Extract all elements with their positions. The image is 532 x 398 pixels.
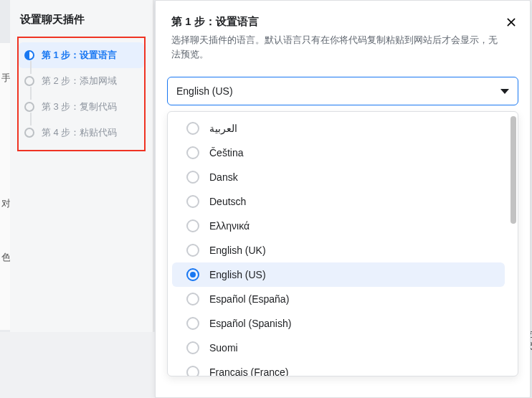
step-1-set-language[interactable]: 第 1 步：设置语言 xyxy=(19,42,144,68)
language-option-label: Deutsch xyxy=(209,196,246,207)
language-option-label: العربية xyxy=(209,123,237,134)
radio-icon xyxy=(186,122,199,135)
language-option-label: Español (España) xyxy=(209,293,289,305)
caret-down-icon xyxy=(500,89,509,94)
step-label: 第 4 步：粘贴代码 xyxy=(42,126,117,139)
step-connector xyxy=(30,61,32,74)
radio-icon xyxy=(186,317,199,330)
language-option[interactable]: Dansk xyxy=(172,165,505,189)
close-icon xyxy=(505,16,517,28)
step-panel: 第 1 步：设置语言 选择聊天插件的语言。默认语言只有在你将代码复制粘贴到网站后… xyxy=(155,0,531,398)
language-option-label: Español (Spanish) xyxy=(209,318,291,329)
scrollbar-track[interactable] xyxy=(510,115,516,373)
language-option[interactable]: Español (Spanish) xyxy=(172,311,505,336)
radio-icon xyxy=(186,146,199,159)
step-label: 第 3 步：复制代码 xyxy=(42,100,117,113)
language-option[interactable]: Čeština xyxy=(172,141,505,165)
language-option-label: Français (France) xyxy=(209,366,288,376)
language-option[interactable]: English (US) xyxy=(172,262,505,287)
radio-icon xyxy=(186,171,199,184)
language-dropdown-list: العربيةČeštinaDanskDeutschΕλληνικάEnglis… xyxy=(168,112,509,376)
language-option-label: Suomi xyxy=(209,342,238,354)
left-background-strip xyxy=(0,43,10,330)
step-progress-icon xyxy=(24,128,34,138)
step-3-copy-code[interactable]: 第 3 步：复制代码 xyxy=(19,94,144,120)
radio-icon xyxy=(186,244,199,257)
step-2-add-domain[interactable]: 第 2 步：添加网域 xyxy=(19,68,144,94)
step-connector xyxy=(30,87,32,100)
language-option[interactable]: Français (France) xyxy=(172,360,505,376)
sidebar-title: 设置聊天插件 xyxy=(10,0,153,37)
radio-icon xyxy=(186,366,199,376)
steps-highlight-box: 第 1 步：设置语言 第 2 步：添加网域 第 3 步：复制代码 第 4 步：粘… xyxy=(17,37,146,151)
step-label: 第 2 步：添加网域 xyxy=(42,75,117,87)
language-select[interactable]: English (US) xyxy=(167,77,518,105)
close-button[interactable] xyxy=(503,14,520,31)
scrollbar-thumb[interactable] xyxy=(510,116,516,224)
language-dropdown: العربيةČeštinaDanskDeutschΕλληνικάEnglis… xyxy=(167,111,518,376)
radio-icon xyxy=(186,341,199,354)
radio-icon xyxy=(186,293,199,305)
language-option[interactable]: العربية xyxy=(172,116,505,141)
language-option[interactable]: English (UK) xyxy=(172,238,505,262)
panel-header: 第 1 步：设置语言 选择聊天插件的语言。默认语言只有在你将代码复制粘贴到网站后… xyxy=(156,1,530,70)
language-option-label: Ελληνικά xyxy=(209,220,250,232)
panel-title: 第 1 步：设置语言 xyxy=(171,15,498,29)
language-option[interactable]: Deutsch xyxy=(172,189,505,214)
step-4-paste-code[interactable]: 第 4 步：粘贴代码 xyxy=(19,120,144,146)
bottom-background xyxy=(0,332,155,398)
language-option-label: Čeština xyxy=(209,147,243,158)
step-label: 第 1 步：设置语言 xyxy=(42,49,117,62)
radio-icon xyxy=(186,268,199,281)
language-option[interactable]: Español (España) xyxy=(172,287,505,311)
step-progress-icon xyxy=(24,76,34,86)
radio-icon xyxy=(186,219,199,232)
step-progress-icon xyxy=(24,50,34,60)
wizard-sidebar: 设置聊天插件 第 1 步：设置语言 第 2 步：添加网域 第 3 步：复制代码 … xyxy=(10,0,153,332)
language-option-label: Dansk xyxy=(209,171,238,183)
language-option[interactable]: Ελληνικά xyxy=(172,214,505,238)
panel-description: 选择聊天插件的语言。默认语言只有在你将代码复制粘贴到网站后才会显示，无法预览。 xyxy=(171,33,498,61)
language-option-label: English (US) xyxy=(209,269,266,280)
language-select-value: English (US) xyxy=(176,85,500,97)
step-connector xyxy=(30,113,32,125)
step-progress-icon xyxy=(24,102,34,112)
radio-icon xyxy=(186,195,199,208)
language-option-label: English (UK) xyxy=(209,245,266,256)
language-option[interactable]: Suomi xyxy=(172,336,505,360)
